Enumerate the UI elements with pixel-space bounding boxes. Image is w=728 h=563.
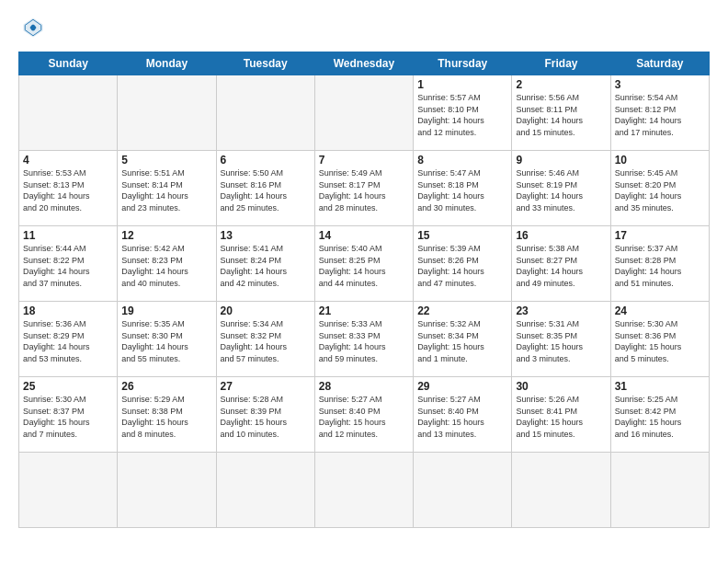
calendar-cell: 21Sunrise: 5:33 AM Sunset: 8:33 PM Dayli… xyxy=(314,302,413,377)
calendar-body: 1Sunrise: 5:57 AM Sunset: 8:10 PM Daylig… xyxy=(19,75,710,528)
day-info: Sunrise: 5:32 AM Sunset: 8:34 PM Dayligh… xyxy=(417,318,507,364)
calendar-cell: 13Sunrise: 5:41 AM Sunset: 8:24 PM Dayli… xyxy=(216,226,314,302)
calendar-header-row: SundayMondayTuesdayWednesdayThursdayFrid… xyxy=(19,52,710,75)
calendar-cell: 29Sunrise: 5:27 AM Sunset: 8:40 PM Dayli… xyxy=(414,377,512,453)
day-info: Sunrise: 5:53 AM Sunset: 8:13 PM Dayligh… xyxy=(23,167,113,213)
day-number: 31 xyxy=(615,380,705,393)
day-info: Sunrise: 5:42 AM Sunset: 8:23 PM Dayligh… xyxy=(121,243,211,289)
day-number: 23 xyxy=(516,304,606,317)
day-info: Sunrise: 5:34 AM Sunset: 8:32 PM Dayligh… xyxy=(221,318,311,364)
day-number: 19 xyxy=(121,304,211,317)
calendar-cell: 8Sunrise: 5:47 AM Sunset: 8:18 PM Daylig… xyxy=(414,151,512,226)
calendar-cell xyxy=(118,453,216,528)
calendar-cell: 3Sunrise: 5:54 AM Sunset: 8:12 PM Daylig… xyxy=(610,75,709,151)
day-info: Sunrise: 5:25 AM Sunset: 8:42 PM Dayligh… xyxy=(615,394,705,440)
day-info: Sunrise: 5:47 AM Sunset: 8:18 PM Dayligh… xyxy=(417,167,507,213)
day-number: 17 xyxy=(615,229,705,242)
calendar-cell: 6Sunrise: 5:50 AM Sunset: 8:16 PM Daylig… xyxy=(216,151,314,226)
day-number: 24 xyxy=(615,304,705,317)
day-info: Sunrise: 5:27 AM Sunset: 8:40 PM Dayligh… xyxy=(319,394,409,440)
day-number: 20 xyxy=(221,304,311,317)
day-number: 12 xyxy=(121,229,211,242)
calendar-cell xyxy=(610,453,709,528)
day-number: 18 xyxy=(23,304,113,317)
calendar-cell: 22Sunrise: 5:32 AM Sunset: 8:34 PM Dayli… xyxy=(414,302,512,377)
calendar-cell xyxy=(118,75,216,151)
weekday-header: Monday xyxy=(118,52,216,75)
calendar-cell: 7Sunrise: 5:49 AM Sunset: 8:17 PM Daylig… xyxy=(314,151,413,226)
calendar-cell: 2Sunrise: 5:56 AM Sunset: 8:11 PM Daylig… xyxy=(512,75,610,151)
weekday-header: Friday xyxy=(512,52,610,75)
day-info: Sunrise: 5:40 AM Sunset: 8:25 PM Dayligh… xyxy=(319,243,409,289)
calendar-cell: 9Sunrise: 5:46 AM Sunset: 8:19 PM Daylig… xyxy=(512,151,610,226)
weekday-header: Sunday xyxy=(19,52,118,75)
calendar-cell: 17Sunrise: 5:37 AM Sunset: 8:28 PM Dayli… xyxy=(610,226,709,302)
calendar-cell: 30Sunrise: 5:26 AM Sunset: 8:41 PM Dayli… xyxy=(512,377,610,453)
calendar-cell xyxy=(414,453,512,528)
day-info: Sunrise: 5:30 AM Sunset: 8:37 PM Dayligh… xyxy=(23,394,113,440)
day-number: 5 xyxy=(121,154,211,167)
calendar-cell xyxy=(314,75,413,151)
calendar-row: 1Sunrise: 5:57 AM Sunset: 8:10 PM Daylig… xyxy=(19,75,710,151)
day-number: 27 xyxy=(221,380,311,393)
weekday-header: Saturday xyxy=(610,52,709,75)
day-info: Sunrise: 5:36 AM Sunset: 8:29 PM Dayligh… xyxy=(23,318,113,364)
day-number: 8 xyxy=(417,154,507,167)
weekday-header: Thursday xyxy=(414,52,512,75)
calendar-cell: 1Sunrise: 5:57 AM Sunset: 8:10 PM Daylig… xyxy=(414,75,512,151)
calendar-cell xyxy=(314,453,413,528)
day-info: Sunrise: 5:28 AM Sunset: 8:39 PM Dayligh… xyxy=(221,394,311,440)
day-number: 1 xyxy=(417,78,507,91)
calendar-cell: 5Sunrise: 5:51 AM Sunset: 8:14 PM Daylig… xyxy=(118,151,216,226)
day-number: 21 xyxy=(319,304,409,317)
day-number: 7 xyxy=(319,154,409,167)
day-info: Sunrise: 5:26 AM Sunset: 8:41 PM Dayligh… xyxy=(516,394,606,440)
day-info: Sunrise: 5:38 AM Sunset: 8:27 PM Dayligh… xyxy=(516,243,606,289)
calendar-cell: 4Sunrise: 5:53 AM Sunset: 8:13 PM Daylig… xyxy=(19,151,118,226)
calendar-cell: 18Sunrise: 5:36 AM Sunset: 8:29 PM Dayli… xyxy=(19,302,118,377)
calendar-table: SundayMondayTuesdayWednesdayThursdayFrid… xyxy=(18,52,710,528)
day-number: 15 xyxy=(417,229,507,242)
calendar-cell: 10Sunrise: 5:45 AM Sunset: 8:20 PM Dayli… xyxy=(610,151,709,226)
day-info: Sunrise: 5:37 AM Sunset: 8:28 PM Dayligh… xyxy=(615,243,705,289)
day-number: 3 xyxy=(615,78,705,91)
calendar-cell: 26Sunrise: 5:29 AM Sunset: 8:38 PM Dayli… xyxy=(118,377,216,453)
day-info: Sunrise: 5:44 AM Sunset: 8:22 PM Dayligh… xyxy=(23,243,113,289)
calendar-cell xyxy=(19,75,118,151)
day-number: 29 xyxy=(417,380,507,393)
page-header xyxy=(18,15,710,44)
day-info: Sunrise: 5:33 AM Sunset: 8:33 PM Dayligh… xyxy=(319,318,409,364)
calendar-cell: 11Sunrise: 5:44 AM Sunset: 8:22 PM Dayli… xyxy=(19,226,118,302)
day-info: Sunrise: 5:49 AM Sunset: 8:17 PM Dayligh… xyxy=(319,167,409,213)
calendar-row: 25Sunrise: 5:30 AM Sunset: 8:37 PM Dayli… xyxy=(19,377,710,453)
calendar-cell: 31Sunrise: 5:25 AM Sunset: 8:42 PM Dayli… xyxy=(610,377,709,453)
day-number: 26 xyxy=(121,380,211,393)
day-info: Sunrise: 5:35 AM Sunset: 8:30 PM Dayligh… xyxy=(121,318,211,364)
calendar-cell: 19Sunrise: 5:35 AM Sunset: 8:30 PM Dayli… xyxy=(118,302,216,377)
logo xyxy=(18,15,46,44)
calendar-cell: 15Sunrise: 5:39 AM Sunset: 8:26 PM Dayli… xyxy=(414,226,512,302)
weekday-header: Wednesday xyxy=(314,52,413,75)
calendar-cell xyxy=(19,453,118,528)
day-info: Sunrise: 5:45 AM Sunset: 8:20 PM Dayligh… xyxy=(615,167,705,213)
calendar-cell: 23Sunrise: 5:31 AM Sunset: 8:35 PM Dayli… xyxy=(512,302,610,377)
calendar-row xyxy=(19,453,710,528)
calendar-cell xyxy=(216,75,314,151)
day-info: Sunrise: 5:30 AM Sunset: 8:36 PM Dayligh… xyxy=(615,318,705,364)
day-info: Sunrise: 5:51 AM Sunset: 8:14 PM Dayligh… xyxy=(121,167,211,213)
calendar-cell: 12Sunrise: 5:42 AM Sunset: 8:23 PM Dayli… xyxy=(118,226,216,302)
calendar-cell: 14Sunrise: 5:40 AM Sunset: 8:25 PM Dayli… xyxy=(314,226,413,302)
day-info: Sunrise: 5:54 AM Sunset: 8:12 PM Dayligh… xyxy=(615,92,705,138)
calendar-cell: 16Sunrise: 5:38 AM Sunset: 8:27 PM Dayli… xyxy=(512,226,610,302)
day-info: Sunrise: 5:39 AM Sunset: 8:26 PM Dayligh… xyxy=(417,243,507,289)
calendar-cell xyxy=(512,453,610,528)
day-number: 4 xyxy=(23,154,113,167)
day-info: Sunrise: 5:50 AM Sunset: 8:16 PM Dayligh… xyxy=(221,167,311,213)
calendar-row: 11Sunrise: 5:44 AM Sunset: 8:22 PM Dayli… xyxy=(19,226,710,302)
day-info: Sunrise: 5:56 AM Sunset: 8:11 PM Dayligh… xyxy=(516,92,606,138)
calendar-cell xyxy=(216,453,314,528)
day-number: 13 xyxy=(221,229,311,242)
calendar-cell: 20Sunrise: 5:34 AM Sunset: 8:32 PM Dayli… xyxy=(216,302,314,377)
day-number: 2 xyxy=(516,78,606,91)
day-number: 28 xyxy=(319,380,409,393)
